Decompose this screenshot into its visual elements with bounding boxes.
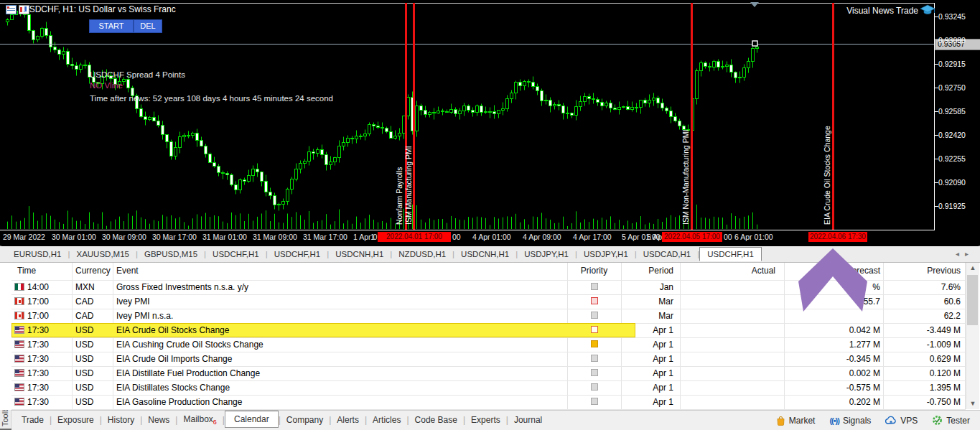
price-axis-label: 0.92255: [938, 154, 966, 163]
chart-object-anchor-icon[interactable]: [750, 2, 759, 7]
symbol-tab-usdjpy-h1[interactable]: USDJPY,H1: [518, 248, 575, 261]
event-time: 14:00: [27, 280, 49, 294]
status-bar: Market ((•)) Signals VPS Tester: [776, 415, 980, 426]
symbol-tab-usdjpy-h1[interactable]: USDJPY,H1: [577, 248, 635, 261]
column-header-event[interactable]: Event: [116, 263, 139, 279]
vline-status-label: NO Vline: [90, 81, 123, 90]
column-header-forecast[interactable]: Forecast: [794, 263, 880, 279]
news-vline-label: Nonfarm Payrolls: [395, 167, 403, 225]
event-time: 17:30: [27, 395, 49, 409]
symbol-tab-usdchf-h1[interactable]: USDCHF,H1: [699, 247, 762, 261]
signals-button[interactable]: ((•)) Signals: [829, 416, 871, 426]
toolbox-tab-articles[interactable]: Articles: [367, 412, 406, 428]
symbol-tab-nzdusd-h1[interactable]: NZDUSD,H1: [392, 248, 452, 261]
event-period: Apr 1: [587, 395, 673, 409]
vps-button[interactable]: VPS: [885, 416, 918, 426]
del-button[interactable]: DEL: [134, 19, 162, 33]
calendar-row[interactable]: 17:30USDEIA Distillate Fuel Production C…: [0, 366, 966, 380]
time-axis-label: 31 Mar 01:00: [202, 233, 247, 241]
symbol-tab-usdchf-h1[interactable]: USDCHF,H1: [268, 248, 327, 261]
symbol-tab-gbpusd-m15[interactable]: GBPUSD,M15: [138, 248, 204, 261]
event-currency: USD: [75, 337, 93, 352]
tester-button[interactable]: Tester: [932, 415, 970, 426]
column-header-currency[interactable]: Currency: [75, 263, 111, 279]
calendar-row[interactable]: 17:30USDEIA Cushing Crude Oil Stocks Cha…: [0, 337, 966, 352]
toolbox-tab-trade[interactable]: Trade: [16, 412, 50, 428]
event-currency: USD: [75, 366, 93, 380]
country-flag-ca: [14, 312, 24, 319]
event-name: Ivey PMI: [116, 294, 150, 309]
event-forecast: 0.202 M: [794, 395, 880, 409]
toolbox-tab-exposure[interactable]: Exposure: [52, 412, 100, 428]
event-previous: -3.449 M: [874, 323, 961, 337]
event-name: EIA Gasoline Production Change: [116, 395, 242, 409]
scroll-up-arrow[interactable]: ▲: [966, 263, 979, 274]
calendar-row[interactable]: 17:00CADIvey PMI n.s.a.Mar62.2: [0, 309, 966, 323]
toolbox-tab-history[interactable]: History: [102, 412, 140, 428]
event-time: 17:30: [27, 380, 49, 395]
news-time-label: 2022.04.01 17:00: [378, 232, 451, 242]
graduation-cap-icon: [920, 4, 935, 16]
time-axis-label: 00: [452, 233, 461, 241]
event-previous: 1.395 M: [874, 380, 961, 395]
toolbox-tab-mailbox[interactable]: Mailbox6: [177, 411, 222, 429]
symbol-tab-eurusd-h1[interactable]: EURUSD,H1: [7, 248, 67, 261]
country-flag-us: [14, 326, 24, 334]
start-button[interactable]: START: [89, 19, 134, 33]
calendar-row[interactable]: 14:00MXNGross Fixed Investments n.s.a. y…: [0, 280, 966, 294]
column-header-previous[interactable]: Previous: [874, 263, 961, 279]
symbol-tab-xauusd-m15[interactable]: XAUUSD,M15: [70, 248, 136, 261]
symbol-tab-usdchf-h1[interactable]: USDCHF,H1: [206, 248, 266, 261]
scrollbar-thumb[interactable]: [967, 275, 978, 325]
toolbox-tab-bar: Trade|Exposure|History|News|Mailbox6|Cal…: [11, 410, 980, 430]
scroll-down-arrow[interactable]: ▼: [966, 398, 979, 409]
toolbox-tab-calendar[interactable]: Calendar: [225, 411, 279, 428]
table-scrollbar[interactable]: ▲▼: [966, 263, 979, 409]
toolbox-tab-journal[interactable]: Journal: [508, 412, 548, 428]
time-axis-label: 1: [370, 233, 375, 241]
price-axis-label: 0.91925: [938, 202, 966, 210]
toolbox-tab-company[interactable]: Company: [281, 412, 329, 428]
country-flag-us: [14, 369, 24, 377]
vps-label: VPS: [900, 416, 918, 426]
column-header-period[interactable]: Period: [587, 263, 673, 279]
calendar-row[interactable]: 17:30USDEIA Crude Oil Imports ChangeApr …: [0, 352, 966, 366]
event-actual: [689, 366, 775, 380]
event-previous: 0.629 M: [874, 352, 961, 366]
depth-of-market-icon[interactable]: [6, 5, 17, 14]
toolbox-tabs: Trade|Exposure|History|News|Mailbox6|Cal…: [16, 411, 548, 429]
time-axis-label: 31 Mar 09:00: [253, 233, 297, 241]
news-vline-label: ISM Non-Manufacturing PMI: [681, 130, 690, 225]
toolbox-tab-experts[interactable]: Experts: [465, 412, 506, 428]
toolbox-tab-alerts[interactable]: Alerts: [331, 412, 365, 428]
event-currency: USD: [75, 380, 93, 395]
event-actual: [689, 294, 775, 309]
event-actual: [689, 395, 775, 409]
time-axis-label: 29 Mar 2022: [3, 233, 45, 241]
tester-label: Tester: [946, 416, 970, 426]
price-chart[interactable]: [0, 0, 980, 246]
event-time: 17:00: [27, 294, 49, 309]
column-header-actual[interactable]: Actual: [689, 263, 775, 279]
time-axis-label: 6 Apr 01:00: [734, 233, 773, 241]
column-header-time[interactable]: Time: [17, 263, 36, 279]
country-flag-mx: [14, 283, 24, 291]
calendar-row[interactable]: 17:30USDEIA Gasoline Production ChangeAp…: [0, 395, 966, 409]
toolbox-tab-news[interactable]: News: [142, 412, 175, 428]
toolbox-tab-code-base[interactable]: Code Base: [409, 412, 463, 428]
price-axis-label: 0.92585: [938, 107, 966, 116]
calendar-row[interactable]: 17:30USDEIA Crude Oil Stocks ChangeApr 1…: [0, 323, 966, 337]
calendar-row[interactable]: 17:00CADIvey PMIMar55.760.6: [0, 294, 966, 309]
calendar-row[interactable]: 17:30USDEIA Distillates Stocks ChangeApr…: [0, 380, 966, 395]
symbol-tab-usdcnh-h1[interactable]: USDCNH,H1: [329, 248, 390, 261]
time-axis-label: 30 Mar 01:00: [52, 233, 96, 241]
cloud-icon: [885, 416, 897, 425]
time-axis-label: 4 Apr 01:00: [472, 233, 511, 241]
symbol-tab-usdcad-h1[interactable]: USDCAD,H1: [637, 248, 697, 261]
event-period: Apr 1: [587, 366, 673, 380]
event-period: Apr 1: [587, 337, 673, 352]
market-button[interactable]: Market: [776, 416, 816, 426]
symbol-tab-usdcnh-h1[interactable]: USDCNH,H1: [454, 248, 515, 261]
tab-scroll-arrows[interactable]: ◂▸: [956, 250, 974, 258]
time-axis-label: 4 Apr 09:00: [523, 233, 561, 241]
